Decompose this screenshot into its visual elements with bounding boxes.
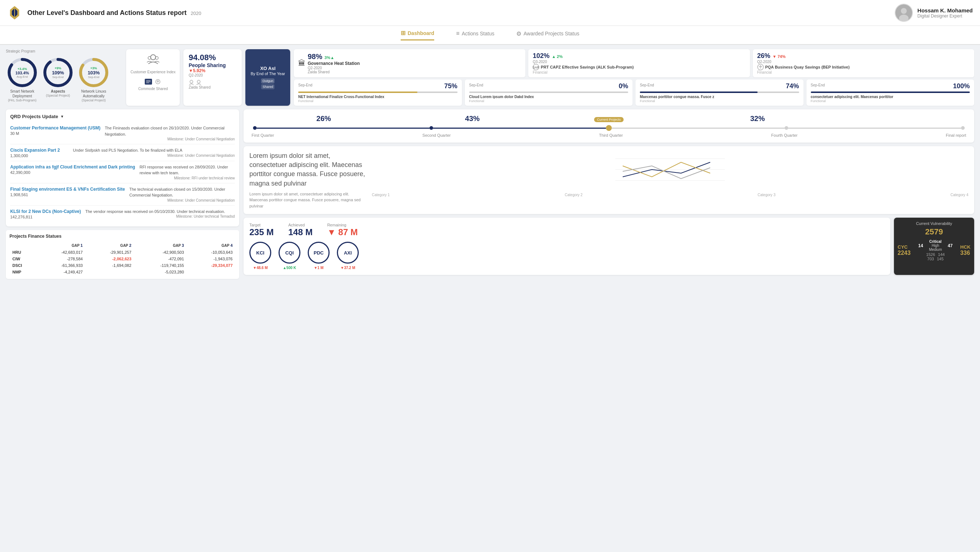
- finance-row-ciw: CIW -278,584 -2,062,623 -472,091 -1,943,…: [10, 256, 235, 262]
- xo-panel: XO Asl By End of The Year Outgun Shared: [245, 49, 290, 106]
- gauge2-period: Sep-End: [52, 75, 64, 79]
- chart-main-text: Lorem ipsum dolor sit amet, consectetuer…: [250, 151, 366, 188]
- proj5-name: KLSI for 2 New DCs (Non-Captive): [10, 208, 81, 215]
- tab-actions[interactable]: ≡ Actions Status: [456, 30, 495, 40]
- vuln-num-14: 14: [918, 243, 923, 248]
- tl-current-group: Current Projects: [606, 125, 612, 131]
- kpi-target-value: 235 M: [250, 227, 274, 237]
- finance-name-dsci: DSCI: [10, 262, 37, 269]
- gov-shared: Zaida Shared: [308, 70, 360, 74]
- project-item-3: Application infra as fgjf Cloud Enrichme…: [10, 161, 235, 183]
- gov-pct: 98%: [308, 52, 322, 61]
- proj2-amount: 1,300,000: [10, 153, 68, 158]
- finance-nmp-g1: -4,249,427: [37, 269, 85, 275]
- finance-section: Projects Finance Statues GAP 1 GAP 2: [6, 230, 239, 279]
- bottom-section: QRD Projects Update ▼ Customer Performan…: [6, 110, 974, 279]
- func-card-4: Sep-End 100% consectetuer adipiscing eli…: [807, 80, 975, 106]
- page-title: Other Level's Dashboard and Actions Stat…: [27, 9, 187, 16]
- fc2-title: Cloud Lorem ipsum dolor Dakd Index: [469, 94, 628, 99]
- tl-dot-current: [606, 125, 612, 131]
- svg-point-12: [151, 55, 156, 60]
- mc1-title: PRT CAPZ Effective Savings (ALK Sub-Prog…: [541, 65, 634, 70]
- kpi-kci-sub: ▼48.6 M: [253, 266, 267, 270]
- project-item-5: KLSI for 2 New DCs (Non-Captive) 142,276…: [10, 206, 235, 222]
- awarded-icon: ⚙: [516, 30, 521, 37]
- right-metric-cards: 102% ▲ 2% Q3-2020 SAR PRT CAPZ Effective…: [528, 49, 974, 77]
- finance-row-dsci: DSCI -61,366,933 -1,694,082 -119,740,155…: [10, 262, 235, 269]
- kpi-target: Target 235 M: [250, 223, 274, 237]
- func-card-2: Sep-End 0% Cloud Lorem ipsum dolor Dakd …: [465, 80, 633, 106]
- gauge3-sub: (Special Project): [82, 99, 106, 102]
- svg-point-21: [190, 80, 193, 83]
- finance-col-g3: GAP 3: [134, 242, 187, 249]
- proj4-milestone: Milestone: Under Commercial Negotiation: [129, 198, 235, 202]
- tl-q4: 32%: [750, 115, 765, 123]
- fc1-period: Sep-End: [298, 83, 312, 87]
- xo-title: XO Asl: [260, 66, 275, 71]
- finance-hru-g3: -42,900,503: [134, 249, 187, 256]
- vuln-num-703: 703: [927, 257, 934, 261]
- finance-col-g4: GAP 4: [187, 242, 235, 249]
- finance-name-ciw: CIW: [10, 256, 37, 262]
- fc1-title: NET International Finalize Cross-Functio…: [298, 94, 458, 99]
- gauge2-delta: +9%: [55, 66, 61, 70]
- tl-dot-4: [784, 126, 788, 130]
- tl-seg-1: [257, 127, 430, 129]
- xo-badge2: Shared: [261, 84, 275, 89]
- tl-dot-2: [430, 126, 433, 130]
- kpi-gauges: KCI ▼48.6 M CQI ▲500 K PDC ▼1 M AXI: [250, 242, 885, 270]
- proj1-milestone: Milestone: Under Commercial Negotiation: [105, 137, 235, 141]
- user-details: Hossam K. Mohamed Digital Designer Exper…: [917, 7, 973, 19]
- metrics-right-group: 🏛 98% 3%▲ Governance Heat Station Q2-202…: [294, 49, 974, 106]
- ps-percentage: 94.08%: [188, 53, 237, 62]
- tl-current-label: Current Projects: [594, 117, 624, 122]
- tl-q2-pct: 43%: [465, 115, 480, 123]
- user-info: Hossam K. Mohamed Digital Designer Exper…: [895, 4, 973, 22]
- ps-down: ▼5.92%: [188, 68, 237, 73]
- gauge-2: +9% 109% Sep-End Aspects (Special Projec…: [41, 56, 75, 102]
- qrd-header: QRD Projects Update ▼: [10, 114, 235, 119]
- mc1-pct: 102%: [533, 52, 549, 60]
- mc2-trend: ▼ 74%: [773, 54, 786, 59]
- fc4-title: consectetuer adipiscing elit. Maecenas p…: [811, 94, 970, 99]
- strategic-label: Strategic Program: [6, 49, 123, 53]
- qrd-dropdown-icon[interactable]: ▼: [60, 115, 64, 118]
- vuln-hck: HCK 336: [960, 244, 970, 256]
- user-name: Hossam K. Mohamed: [917, 7, 973, 13]
- tl-label-q3: Third Quarter: [599, 133, 623, 137]
- gauges-row: +3.4% 103.4% Aug-End Smart Network Deplo…: [6, 56, 123, 102]
- kpi-pdc-circle: PDC: [308, 242, 329, 264]
- header-year: 2020: [191, 11, 201, 16]
- header: Other Level's Dashboard and Actions Stat…: [0, 0, 980, 26]
- tab-awarded[interactable]: ⚙ Awarded Projects Status: [516, 30, 579, 40]
- cat-1: Category 1: [372, 193, 390, 197]
- vuln-num-47: 47: [948, 243, 953, 248]
- fc3-period: Sep-End: [640, 83, 654, 87]
- finance-title: Projects Finance Statues: [10, 234, 235, 239]
- vuln-num-144: 144: [938, 252, 945, 257]
- gauge1-label: Smart Network Deployment: [6, 89, 39, 99]
- proj5-milestone: Milestone: Under technical Temadsd: [85, 215, 235, 218]
- finance-row-hru: HRU -42,683,017 -29,901,257 -42,900,503 …: [10, 249, 235, 256]
- gauge1-period: Aug-End: [16, 75, 28, 78]
- fc1-type: Functional: [298, 99, 458, 103]
- tl-dot-5: [961, 126, 965, 130]
- tab-dashboard[interactable]: ⊞ Dashboard: [401, 30, 434, 40]
- qrd-section: QRD Projects Update ▼ Customer Performan…: [6, 110, 239, 226]
- gauge3-main: 103%: [88, 70, 100, 75]
- finance-nmp-g2: [86, 269, 134, 275]
- finance-ciw-g4: -1,943,076: [187, 256, 235, 262]
- tab-dashboard-label: Dashboard: [407, 30, 434, 36]
- vuln-title: Current Vulnerability: [897, 221, 970, 226]
- ps-shared: Zaida Shared: [188, 85, 237, 89]
- proj4-amount: 1,908,561: [10, 192, 125, 197]
- proj1-name: Customer Performance Management (USM): [10, 125, 100, 131]
- fc3-pct: 74%: [786, 83, 799, 90]
- finance-ciw-g1: -278,584: [37, 256, 85, 262]
- gauge2-main: 109%: [52, 70, 64, 75]
- fc2-period: Sep-End: [469, 83, 484, 87]
- finance-hru-g1: -42,683,017: [37, 249, 85, 256]
- finance-name-hru: HRU: [10, 249, 37, 256]
- ps-title: People Sharing: [188, 62, 237, 68]
- finance-ciw-g2: -2,062,623: [86, 256, 134, 262]
